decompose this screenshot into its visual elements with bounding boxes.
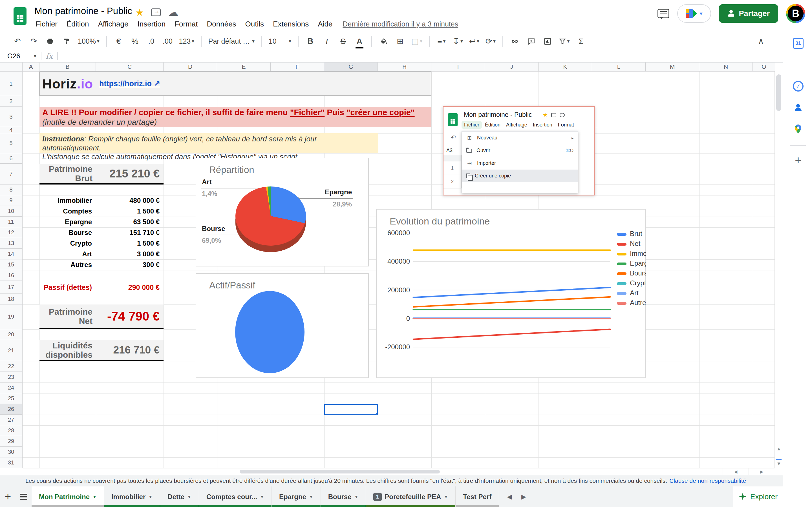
menu-insertion[interactable]: Insertion xyxy=(133,18,169,30)
share-button[interactable]: Partager xyxy=(719,4,778,23)
column-header-M[interactable]: M xyxy=(646,62,699,71)
row-header-7[interactable]: 7 xyxy=(0,164,22,184)
menu-format[interactable]: Format xyxy=(170,18,202,30)
fill-handle[interactable] xyxy=(376,413,379,416)
decrease-decimals-button[interactable]: .0 xyxy=(144,34,159,49)
document-title[interactable]: Mon patrimoine - Public xyxy=(35,6,132,16)
column-header-N[interactable]: N xyxy=(699,62,753,71)
all-sheets-button[interactable] xyxy=(16,487,32,507)
row-header-9[interactable]: 9 xyxy=(0,195,22,206)
menu-données[interactable]: Données xyxy=(203,18,240,30)
merge-cells-button[interactable]: ◫▾ xyxy=(409,34,424,49)
column-header-L[interactable]: L xyxy=(592,62,646,71)
filter-button[interactable]: ▾ xyxy=(557,34,572,49)
insert-link-button[interactable] xyxy=(507,34,522,49)
row-header-18[interactable]: 18 xyxy=(0,294,22,304)
menu-extensions[interactable]: Extensions xyxy=(269,18,313,30)
tabs-scroll-left-icon[interactable]: ◀ xyxy=(507,493,512,501)
column-header-C[interactable]: C xyxy=(96,62,163,71)
calendar-icon[interactable]: 31 xyxy=(793,38,804,49)
row-header-1[interactable]: 1 xyxy=(0,71,22,96)
column-header-B[interactable]: B xyxy=(40,62,96,71)
column-header-A[interactable]: A xyxy=(22,62,40,71)
row-header-14[interactable]: 14 xyxy=(0,249,22,260)
scroll-left-icon[interactable]: ◀ xyxy=(723,468,749,475)
format-currency-button[interactable]: € xyxy=(111,34,126,49)
undo-button[interactable]: ↶ xyxy=(10,34,25,49)
tab-bourse[interactable]: Bourse▼ xyxy=(321,487,366,507)
row-header-11[interactable]: 11 xyxy=(0,217,22,227)
row-header-16[interactable]: 16 xyxy=(0,270,22,281)
increase-decimals-button[interactable]: .00 xyxy=(160,34,175,49)
row-header-25[interactable]: 25 xyxy=(0,393,22,404)
star-icon[interactable]: ★ xyxy=(135,7,144,18)
row-header-28[interactable]: 28 xyxy=(0,425,22,436)
column-header-G[interactable]: G xyxy=(324,62,378,71)
format-percent-button[interactable]: % xyxy=(128,34,142,49)
horizontal-scrollbar[interactable]: ◀ ▶ xyxy=(22,468,774,475)
redo-button[interactable]: ↷ xyxy=(27,34,41,49)
actif-passif-chart[interactable]: Actif/Passif xyxy=(196,273,369,378)
formula-input[interactable] xyxy=(62,50,812,62)
explore-button[interactable]: Explorer xyxy=(733,487,783,507)
insert-chart-button[interactable] xyxy=(540,34,555,49)
add-sheet-button[interactable]: + xyxy=(0,487,16,507)
row-header-13[interactable]: 13 xyxy=(0,238,22,249)
scroll-right-icon[interactable]: ▶ xyxy=(749,468,774,475)
horizontal-align-button[interactable]: ≡▾ xyxy=(434,34,449,49)
menu-affichage[interactable]: Affichage xyxy=(94,18,133,30)
menu-aide[interactable]: Aide xyxy=(314,18,336,30)
row-header-12[interactable]: 12 xyxy=(0,227,22,238)
tab-menu-caret[interactable]: ▼ xyxy=(354,494,358,499)
last-modified-link[interactable]: Dernière modification il y a 3 minutes xyxy=(343,20,458,28)
row-header-17[interactable]: 17 xyxy=(0,281,22,294)
get-addons-icon[interactable]: + xyxy=(793,154,804,167)
font-size-select[interactable]: 10▾ xyxy=(266,34,294,49)
column-header-K[interactable]: K xyxy=(539,62,592,71)
tab-dette[interactable]: Dette▼ xyxy=(160,487,199,507)
maps-icon[interactable] xyxy=(793,124,804,134)
row-header-22[interactable]: 22 xyxy=(0,361,22,372)
column-header-I[interactable]: I xyxy=(432,62,485,71)
column-header-E[interactable]: E xyxy=(217,62,271,71)
tasks-icon[interactable]: ✓ xyxy=(793,81,804,92)
tab-poretefeuille-pea[interactable]: 1Poretefeuille PEA▼ xyxy=(366,487,456,507)
select-all-corner[interactable] xyxy=(0,62,22,71)
row-header-30[interactable]: 30 xyxy=(0,447,22,457)
collapse-toolbar-icon[interactable]: ∧ xyxy=(758,36,764,46)
scroll-down-icon[interactable]: ▼ xyxy=(775,461,783,467)
tab-menu-caret[interactable]: ▼ xyxy=(148,494,153,499)
tab-menu-caret[interactable]: ▼ xyxy=(444,494,448,499)
vertical-scrollbar[interactable]: ▲ ▼ xyxy=(774,71,783,468)
column-header-F[interactable]: F xyxy=(271,62,324,71)
menu-outils[interactable]: Outils xyxy=(241,18,268,30)
tab-test-perf[interactable]: Test Perf xyxy=(456,487,499,507)
font-select[interactable]: Par défaut …▾ xyxy=(206,34,257,49)
strikethrough-button[interactable]: S xyxy=(336,34,350,49)
selected-cell-g26[interactable] xyxy=(324,404,378,415)
fill-color-button[interactable] xyxy=(376,34,391,49)
embedded-menu-screenshot[interactable]: Mon patrimoine - Public ★ FichierÉdition… xyxy=(443,106,595,195)
paint-format-button[interactable] xyxy=(59,34,74,49)
vertical-scrollbar-thumb[interactable] xyxy=(776,74,781,111)
disclaimer-link[interactable]: Clause de non-responsabilité xyxy=(669,477,746,484)
row-header-31[interactable]: 31 xyxy=(0,457,22,468)
tab-epargne[interactable]: Epargne▼ xyxy=(272,487,321,507)
horizontal-scrollbar-thumb[interactable] xyxy=(240,470,440,473)
row-header-24[interactable]: 24 xyxy=(0,383,22,393)
row-header-8[interactable]: 8 xyxy=(0,184,22,195)
comments-icon[interactable] xyxy=(658,9,669,18)
row-header-23[interactable]: 23 xyxy=(0,372,22,383)
zoom-select[interactable]: 100%▾ xyxy=(75,34,102,49)
row-header-27[interactable]: 27 xyxy=(0,414,22,425)
text-wrap-button[interactable]: ↩▾ xyxy=(467,34,481,49)
more-formats-button[interactable]: 123▾ xyxy=(177,34,197,49)
column-header-H[interactable]: H xyxy=(378,62,432,71)
horiz-link[interactable]: https://horiz.io ↗ xyxy=(96,74,163,94)
row-header-29[interactable]: 29 xyxy=(0,436,22,447)
row-header-6[interactable]: 6 xyxy=(0,153,22,164)
tab-menu-caret[interactable]: ▼ xyxy=(93,494,97,499)
evolution-chart[interactable]: Evolution du patrimoine 6000004000002000… xyxy=(376,209,646,378)
tab-comptes-cour-[interactable]: Comptes cour...▼ xyxy=(199,487,272,507)
column-header-J[interactable]: J xyxy=(485,62,539,71)
